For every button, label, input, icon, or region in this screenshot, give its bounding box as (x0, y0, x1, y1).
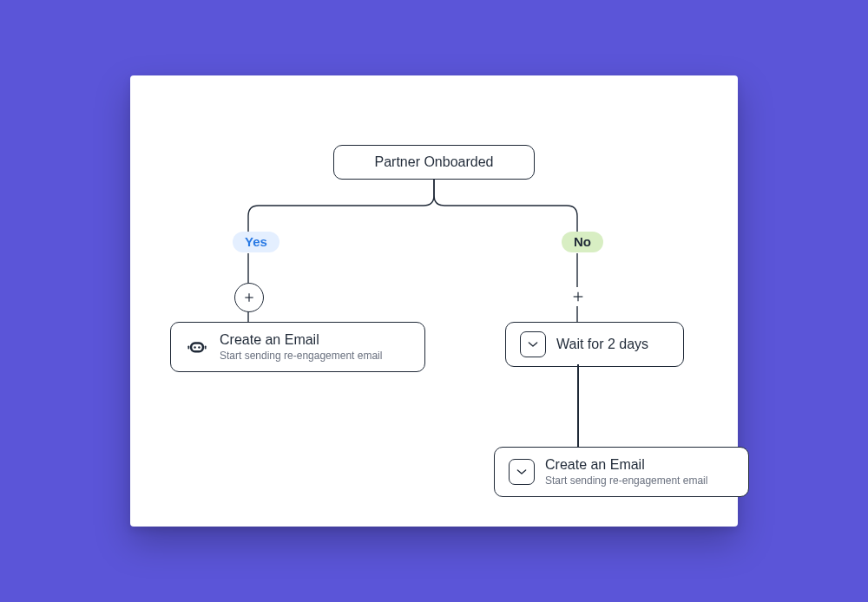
node-title: Create an Email (220, 331, 382, 349)
bot-email-icon (185, 335, 209, 359)
node-wait[interactable]: Wait for 2 days (505, 322, 684, 367)
workflow-canvas: Partner Onboarded Yes No Cr (130, 75, 738, 527)
node-subtitle: Start sending re-engagement email (545, 474, 707, 487)
svg-rect-13 (205, 345, 207, 349)
svg-point-10 (194, 346, 195, 348)
node-create-email-yes[interactable]: Create an Email Start sending re-engagem… (170, 322, 425, 372)
node-title: Create an Email (545, 456, 707, 474)
node-create-email-no[interactable]: Create an Email Start sending re-engagem… (494, 447, 749, 497)
connector (577, 364, 579, 447)
svg-rect-12 (187, 345, 189, 349)
add-step-no-button[interactable] (569, 287, 588, 306)
branch-pill-no-label: No (574, 234, 591, 249)
node-title: Wait for 2 days (556, 336, 648, 353)
branch-pill-yes-label: Yes (245, 234, 267, 249)
svg-rect-9 (192, 344, 201, 350)
node-subtitle: Start sending re-engagement email (220, 350, 382, 363)
root-node-label: Partner Onboarded (375, 154, 494, 170)
plus-icon (571, 290, 585, 304)
branch-pill-no[interactable]: No (562, 232, 603, 252)
add-step-yes-button[interactable] (234, 283, 264, 312)
plus-icon (243, 291, 255, 304)
branch-pill-yes[interactable]: Yes (233, 232, 279, 252)
envelope-icon (520, 331, 546, 357)
svg-point-11 (198, 346, 200, 348)
envelope-icon (509, 459, 535, 485)
root-node[interactable]: Partner Onboarded (333, 145, 535, 180)
